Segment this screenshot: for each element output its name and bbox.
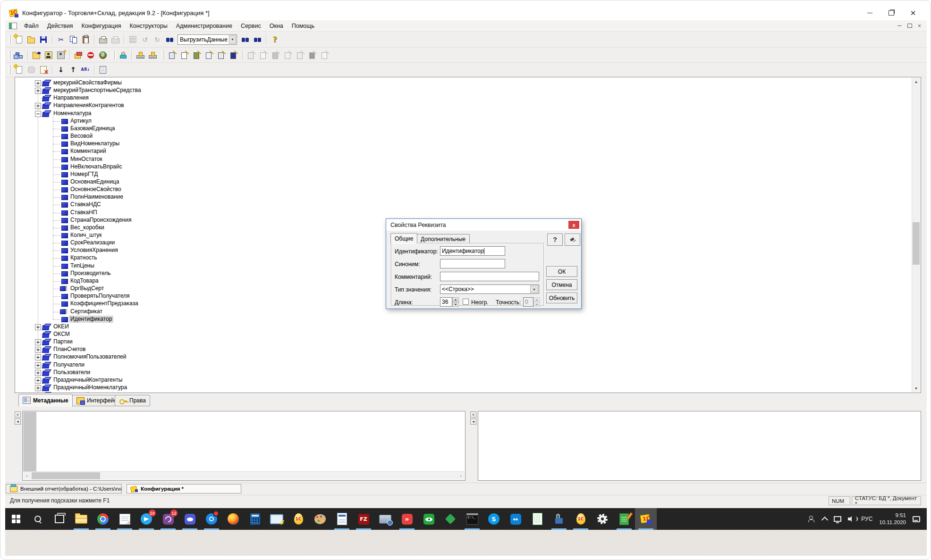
tab-additional[interactable]: Дополнительные (416, 234, 470, 243)
dialog-help-button[interactable]: ? (547, 234, 563, 246)
taskbar-app-1c-configurator[interactable]: 1С (635, 508, 657, 530)
wizard-disabled-7-button[interactable] (319, 50, 331, 61)
unlimited-checkbox[interactable] (463, 299, 469, 305)
sort-button[interactable]: АЯ↓ (79, 64, 92, 75)
user-button[interactable] (117, 50, 129, 61)
volume-icon[interactable] (848, 516, 855, 522)
scroll-down-icon[interactable]: ▼ (912, 384, 920, 392)
expand-plus-icon[interactable] (35, 80, 41, 86)
wizard-disabled-5-button[interactable] (294, 50, 306, 61)
tree-item-label[interactable]: КодТовара (69, 277, 100, 284)
length-input[interactable]: 36 (440, 297, 452, 307)
wizard-register-button[interactable] (215, 50, 228, 61)
taskbar-app-writer-document[interactable] (331, 508, 353, 530)
tree-item-label[interactable]: СтранаПроисхождения (69, 217, 133, 224)
tree-item-label[interactable]: Сертификат (69, 308, 104, 315)
scroll-left-icon[interactable]: ‹ (23, 472, 31, 480)
tree-item-label[interactable]: Партии (52, 338, 74, 345)
taskbar-app-sticky-notes[interactable] (114, 508, 135, 530)
tree-item-label[interactable]: Производитель (69, 270, 112, 277)
mdi-close-icon[interactable]: × (918, 23, 921, 29)
taskbar-app-red-reader[interactable]: » (396, 508, 418, 530)
load-data-button[interactable] (134, 50, 146, 61)
taskbar-app-skype[interactable]: S (483, 508, 505, 530)
taskbar-app-discord[interactable] (179, 508, 201, 530)
collapse-minus-icon[interactable] (35, 111, 41, 117)
expand-plus-icon[interactable] (35, 362, 41, 368)
vertical-scrollbar[interactable]: ▲ ▼ (912, 78, 920, 392)
tree-item-label[interactable]: ПолномочияПользователей (52, 353, 127, 360)
wizard-document-button[interactable] (178, 50, 191, 61)
card-index-button[interactable] (72, 50, 85, 61)
tree-item-label[interactable]: ОргВыдСерт (69, 285, 105, 292)
tree-item-label[interactable]: Направления (52, 94, 90, 101)
tree-item-label[interactable]: ОКСМ (52, 331, 71, 338)
synonym-input[interactable] (440, 259, 505, 268)
search-combo[interactable]: ВыгрузитьДанные▼ (178, 34, 237, 45)
window-tab-external-report[interactable]: Внешний отчет(обработка) - C:\Users\rvag… (6, 484, 122, 493)
left-panel-content[interactable]: ‹ › (22, 411, 466, 481)
restore-button[interactable] (880, 5, 902, 20)
tree-item-label[interactable]: Идентификатор (69, 316, 113, 323)
menu-item[interactable]: Помощь (288, 22, 319, 30)
tree-item-label[interactable]: СрокРеализации (69, 239, 116, 246)
comment-input[interactable] (440, 272, 539, 281)
taskbar-app-mail-app[interactable] (201, 508, 222, 530)
taskbar-app-terminal[interactable]: C:\_ (461, 508, 483, 530)
menu-item[interactable]: Сервис (237, 22, 265, 30)
scrollbar-thumb[interactable] (913, 222, 920, 265)
taskbar-app-telegram[interactable]: 24 (135, 508, 157, 530)
panel-close-icon[interactable]: x (470, 411, 476, 418)
taskbar-app-green-eye-app[interactable] (418, 508, 440, 530)
taskbar-app-remote-access[interactable] (266, 508, 288, 530)
taskbar-app-calculator[interactable] (244, 508, 266, 530)
hscrollbar-thumb[interactable] (32, 472, 100, 479)
tree-item-label[interactable]: меркурийСвойстваФирмы (52, 79, 123, 86)
wizard-journal-button[interactable] (191, 50, 203, 61)
language-indicator[interactable]: РУС (861, 516, 872, 522)
undo-button[interactable]: ↺ (139, 34, 151, 45)
tree-item-label[interactable]: БазоваяЕдиница (69, 125, 116, 132)
window-tab-configuration[interactable]: Конфигурация * (127, 484, 241, 493)
mdi-minimize-icon[interactable] (897, 25, 902, 26)
menu-item[interactable]: Файл (20, 22, 43, 30)
tree-item-label[interactable]: Пользователи (52, 369, 92, 376)
horizontal-scrollbar[interactable]: ‹ › (23, 471, 465, 480)
tree-item-label[interactable]: КоэффициентПредзаказа (69, 300, 140, 307)
expand-plus-icon[interactable] (35, 324, 41, 330)
wizard-report-button[interactable] (166, 50, 178, 61)
wizard-disabled-1-button[interactable] (245, 50, 257, 61)
print-button[interactable] (97, 34, 109, 45)
tree-item-label[interactable]: ПланСчетов (52, 346, 87, 353)
tab-general[interactable]: Общие (390, 233, 417, 243)
chevron-down-icon[interactable]: ▼ (229, 35, 236, 44)
redo-button[interactable]: ↻ (151, 34, 163, 45)
new-file-button[interactable] (13, 34, 25, 45)
taskbar-app-teamviewer[interactable]: ↔ (505, 508, 526, 530)
start-button[interactable] (5, 508, 27, 530)
no-entry-button[interactable] (85, 50, 97, 61)
taskbar-app-spreadsheet[interactable] (526, 508, 548, 530)
tree-item-label[interactable]: ПраздничныйПолучатели (52, 392, 122, 393)
move-up-button[interactable]: ↑ (67, 64, 79, 75)
paste-button[interactable] (79, 34, 92, 45)
menu-item[interactable]: Конструкторы (125, 22, 171, 30)
wizard-disabled-2-button[interactable] (257, 50, 270, 61)
minimize-button[interactable] (859, 5, 880, 20)
wizard-disabled-6-button[interactable] (306, 50, 319, 61)
tree-item-label[interactable]: ОсновнаяЕдиница (69, 178, 120, 185)
new-element-button[interactable] (13, 64, 25, 75)
action-center-icon[interactable] (913, 516, 920, 522)
taskbar-app-1c-enterprise-2[interactable]: 1С (570, 508, 592, 530)
people-icon[interactable] (808, 516, 816, 522)
tree-item-label[interactable]: ПраздничныйКонтрагенты (52, 376, 124, 384)
unload-data-button[interactable] (146, 50, 159, 61)
ok-button[interactable]: ОК (546, 266, 577, 277)
panel-collapse-icon[interactable]: ◂ (470, 418, 476, 425)
close-button[interactable]: ✕ (902, 5, 924, 20)
right-panel-content[interactable] (478, 411, 921, 481)
properties-list-button[interactable] (97, 64, 109, 75)
tray-chevron-up-icon[interactable] (821, 516, 828, 523)
tree-item-label[interactable]: меркурийТранспортныеСредства (52, 87, 143, 94)
open-file-button[interactable] (25, 34, 37, 45)
